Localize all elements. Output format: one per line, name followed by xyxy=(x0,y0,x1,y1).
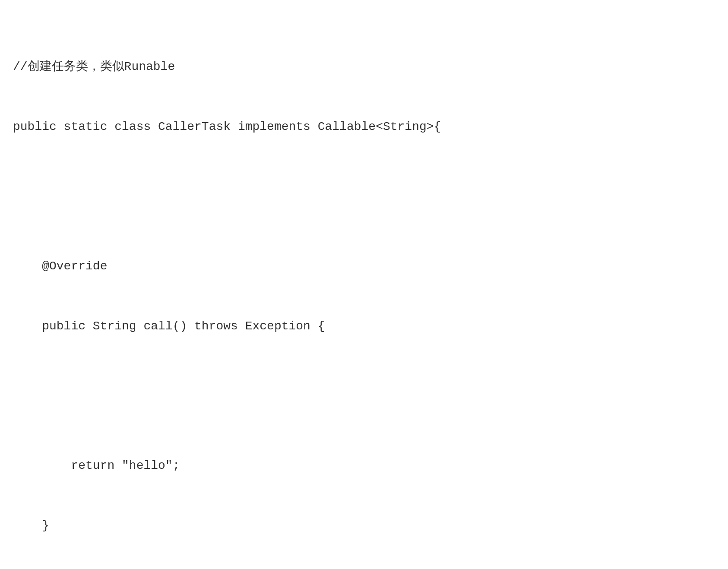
code-line-10: } xyxy=(13,516,715,536)
code-line-9: return "hello"; xyxy=(13,456,715,476)
code-block: //创建任务类，类似Runable public static class Ca… xyxy=(13,17,715,569)
code-line-1: //创建任务类，类似Runable xyxy=(13,57,715,77)
code-line-6: public String call() throws Exception { xyxy=(13,316,715,336)
code-line-5: @Override xyxy=(13,256,715,276)
code-line-2: public static class CallerTask implement… xyxy=(13,117,715,137)
